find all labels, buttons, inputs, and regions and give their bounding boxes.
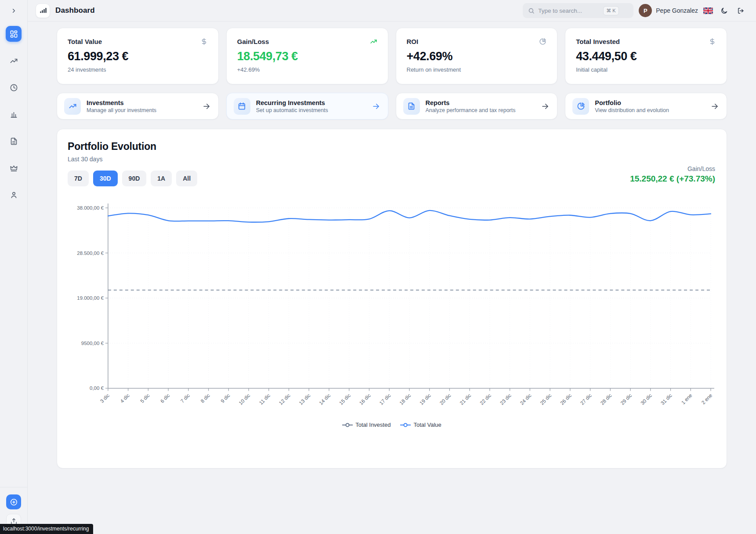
file-text-icon (10, 137, 18, 145)
sidebar-item-analytics[interactable] (6, 106, 22, 122)
range-button-30d[interactable]: 30D (93, 171, 118, 186)
quick-card-title: Investments (87, 99, 197, 106)
legend-item-total-value[interactable]: Total Value (400, 421, 441, 428)
chart-legend: Total InvestedTotal Value (68, 421, 716, 428)
sidebar (0, 0, 28, 534)
stat-subtitle: Initial capital (576, 66, 716, 73)
stat-title: Total Invested (576, 38, 620, 45)
user-icon (10, 191, 18, 199)
stat-card-gain-loss: Gain/Loss 18.549,73 € +42.69% (226, 28, 388, 84)
quick-card-title: Recurring Investments (256, 99, 366, 106)
svg-text:12 dic: 12 dic (278, 392, 291, 406)
gain-loss-value: 15.250,22 € (+73.73%) (630, 174, 715, 184)
arrow-right-icon (203, 102, 210, 110)
range-selector: 7D 30D 90D 1A All (68, 171, 716, 186)
svg-text:2 ene: 2 ene (701, 392, 713, 405)
link-status-tooltip: localhost:3000/investments/recurring (0, 524, 93, 534)
range-button-all[interactable]: All (176, 171, 197, 186)
logout-icon (737, 7, 745, 15)
user-name: Pepe Gonzalez (656, 7, 698, 14)
user-menu[interactable]: P Pepe Gonzalez (639, 4, 698, 17)
quick-card-investments[interactable]: Investments Manage all your investments (57, 93, 219, 120)
quick-card-recurring-investments[interactable]: Recurring Investments Set up automatic i… (226, 93, 388, 120)
svg-text:4 dic: 4 dic (119, 392, 130, 404)
svg-text:11 dic: 11 dic (258, 392, 271, 406)
legend-item-total-invested[interactable]: Total Invested (342, 421, 391, 428)
stat-value: +42.69% (407, 50, 547, 63)
stat-title: Total Value (68, 38, 102, 45)
dashboard-grid-icon (10, 30, 18, 38)
add-investment-button[interactable] (6, 494, 21, 509)
stat-card-total-value: Total Value 61.999,23 € 24 investments (57, 28, 219, 84)
stat-value: 43.449,50 € (576, 50, 716, 63)
range-button-7d[interactable]: 7D (68, 171, 89, 186)
quick-card-title: Portfolio (595, 99, 705, 106)
svg-text:5 dic: 5 dic (139, 392, 151, 404)
svg-text:1 ene: 1 ene (680, 392, 693, 405)
app-logo[interactable] (36, 4, 50, 18)
stat-card-total-invested: Total Invested 43.449,50 € Initial capit… (565, 28, 727, 84)
gain-loss-label: Gain/Loss (630, 165, 715, 172)
stat-title: ROI (407, 38, 419, 45)
trending-up-icon (64, 98, 81, 115)
pie-chart-icon (572, 98, 589, 115)
range-button-1a[interactable]: 1A (151, 171, 172, 186)
svg-text:19 dic: 19 dic (419, 392, 432, 406)
legend-marker-icon (342, 423, 353, 427)
svg-text:19.000,00 €: 19.000,00 € (77, 295, 104, 301)
quick-card-subtitle: View distribution and evolution (595, 107, 705, 113)
main-content: Total Value 61.999,23 € 24 investments G… (28, 0, 756, 469)
search-shortcut-badge: ⌘ K (603, 6, 619, 15)
svg-text:31 dic: 31 dic (660, 392, 673, 406)
stat-subtitle: +42.69% (237, 66, 377, 73)
sidebar-item-reports[interactable] (6, 133, 22, 149)
bar-chart-icon (10, 110, 18, 119)
svg-text:9500,00 €: 9500,00 € (81, 341, 104, 346)
quick-card-subtitle: Analyze performance and tax reports (426, 107, 536, 113)
quick-card-reports[interactable]: Reports Analyze performance and tax repo… (396, 93, 558, 120)
svg-text:7 dic: 7 dic (180, 392, 191, 404)
stat-subtitle: 24 investments (68, 66, 208, 73)
arrow-right-icon (711, 102, 719, 110)
stat-title: Gain/Loss (237, 38, 269, 45)
dark-mode-toggle[interactable] (718, 5, 730, 16)
chart-subtitle: Last 30 days (68, 156, 716, 163)
quick-card-title: Reports (426, 99, 536, 106)
clock-icon (10, 84, 18, 92)
search-box[interactable]: ⌘ K (523, 3, 633, 18)
search-input[interactable] (538, 7, 600, 14)
crown-icon (10, 164, 18, 172)
svg-text:14 dic: 14 dic (318, 392, 331, 406)
dollar-icon (200, 38, 208, 45)
svg-text:0,00 €: 0,00 € (90, 385, 104, 391)
svg-text:29 dic: 29 dic (619, 392, 633, 406)
topbar: Dashboard ⌘ K P Pepe Gonzalez (28, 0, 756, 22)
svg-text:28 dic: 28 dic (600, 392, 613, 406)
line-chart-canvas[interactable]: 0,00 €9500,00 €19.000,00 €28.500,00 €38.… (68, 196, 716, 415)
svg-text:23 dic: 23 dic (499, 392, 512, 406)
bar-chart-logo-icon (40, 7, 47, 14)
sidebar-collapse-button[interactable] (8, 5, 19, 17)
arrow-right-icon (372, 102, 380, 110)
sidebar-item-investments[interactable] (6, 53, 22, 69)
search-icon (528, 7, 535, 14)
range-button-90d[interactable]: 90D (122, 171, 147, 186)
quick-card-portfolio[interactable]: Portfolio View distribution and evolutio… (565, 93, 727, 120)
sidebar-item-dashboard[interactable] (6, 26, 22, 42)
flag-uk-icon[interactable] (703, 7, 713, 14)
svg-text:30 dic: 30 dic (640, 392, 653, 406)
stat-subtitle: Return on investment (407, 66, 547, 73)
quick-card-subtitle: Set up automatic investments (256, 107, 366, 113)
legend-marker-icon (400, 423, 411, 427)
file-text-icon (403, 98, 420, 115)
logout-button[interactable] (735, 5, 746, 16)
sidebar-item-profile[interactable] (6, 187, 22, 203)
quick-card-subtitle: Manage all your investments (87, 107, 197, 113)
calendar-icon (234, 98, 250, 115)
sidebar-item-premium[interactable] (6, 160, 22, 176)
legend-label: Total Invested (355, 421, 391, 428)
portfolio-chart: 0,00 €9500,00 €19.000,00 €28.500,00 €38.… (68, 196, 716, 428)
sidebar-item-recurring[interactable] (6, 80, 22, 95)
trending-up-icon (370, 38, 377, 45)
plus-circle-icon (10, 498, 18, 506)
